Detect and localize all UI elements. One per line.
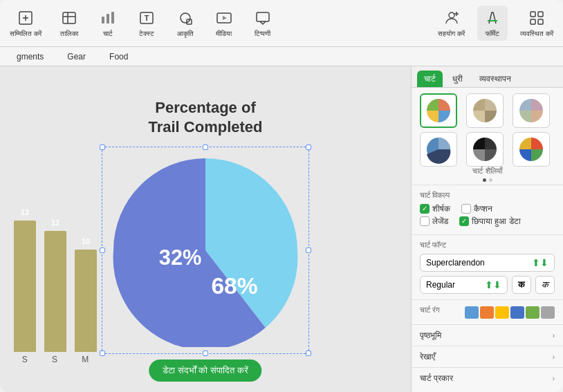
checkbox-title-box[interactable]: ✓ [420, 204, 430, 214]
pie-chart-wrapper: Percentage of Trail Completed [109, 153, 302, 347]
chart-styles-title: चार्ट शैलियाँ [420, 167, 555, 176]
swatch-3[interactable] [495, 306, 509, 319]
checkbox-row-2: लेजेंड ✓ छिपाया हुआ डेटा [420, 216, 555, 226]
chart-style-5[interactable] [466, 132, 504, 167]
comment-icon [253, 8, 273, 28]
font-italic-button[interactable]: क [535, 276, 555, 294]
chart-style-6[interactable] [513, 132, 550, 167]
panel-tab-chart[interactable]: चार्ट [417, 71, 443, 87]
toolbar-organize[interactable]: व्यवस्थित करें [516, 6, 557, 41]
svg-rect-21 [530, 19, 535, 24]
svg-rect-3 [63, 12, 75, 24]
chart-style-2[interactable] [466, 93, 504, 128]
bar-chart: 13 12 10 S S M [0, 129, 111, 364]
main-content: 13 12 10 S S M Percentage of Trail Compl… [0, 66, 563, 392]
checkbox-legend-box[interactable] [420, 216, 430, 226]
checkbox-hidden-data[interactable]: ✓ छिपाया हुआ डेटा [459, 216, 521, 226]
color-swatches [465, 306, 555, 319]
organize-icon [527, 8, 546, 28]
background-title: पृष्ठभूमि [420, 330, 441, 340]
chart-type-title: चार्ट प्रकार [420, 373, 453, 383]
handle-tc[interactable] [203, 144, 208, 150]
chart-style-3[interactable] [513, 93, 550, 128]
panel-tab-axis[interactable]: धुरी [445, 71, 470, 87]
swatch-4[interactable] [510, 306, 524, 319]
comment-label: टिप्पणी [255, 30, 270, 38]
chart-options-section: चार्ट विकल्प ✓ शीर्षक कैप्शन लेजेंड [412, 185, 563, 234]
bar-value-2: 12 [51, 218, 59, 227]
swatch-1[interactable] [465, 306, 479, 319]
collaborate-label: सहयोग करें [438, 30, 465, 38]
checkbox-caption-box[interactable] [461, 204, 471, 214]
pie-svg: 32% 68% [109, 153, 302, 347]
checkbox-hidden-box[interactable]: ✓ [459, 216, 469, 226]
checkbox-legend[interactable]: लेजेंड [420, 216, 448, 226]
chart-style-1[interactable] [420, 93, 457, 128]
text-label: टेक्स्ट [139, 30, 154, 38]
bar-value-1: 13 [21, 208, 29, 216]
chart-styles-grid [420, 93, 555, 167]
toolbar-chart[interactable]: चार्ट [93, 6, 123, 41]
font-name-select[interactable]: Superclarendon ⬆⬇ [420, 254, 555, 272]
bar-m: 10 [75, 250, 97, 352]
axis-label-m: M [82, 355, 89, 364]
font-bold-button[interactable]: क [512, 276, 531, 294]
svg-point-11 [181, 13, 190, 23]
tab-food[interactable]: Food [98, 49, 139, 64]
toolbar-media[interactable]: मीडिया [209, 6, 239, 41]
font-style-select[interactable]: Regular ⬆⬇ [420, 276, 508, 294]
svg-rect-22 [538, 19, 543, 24]
border-section[interactable]: रेखाएँ › [412, 346, 563, 367]
toolbar-text[interactable]: T टेक्स्ट [131, 6, 162, 41]
toolbar-comment[interactable]: टिप्पणी [248, 6, 278, 41]
panel-tab-organize[interactable]: व्यवस्थापन [472, 71, 518, 87]
toolbar-format[interactable]: फॉर्मेट [477, 6, 508, 41]
pie-label-32: 32% [159, 245, 202, 270]
swatch-5[interactable] [526, 306, 539, 319]
chart-type-chevron: › [553, 375, 555, 382]
handle-bc[interactable] [203, 351, 208, 356]
dot-1 [483, 178, 486, 182]
tab-segments[interactable]: gments [6, 49, 55, 64]
svg-rect-7 [107, 14, 109, 24]
chart-icon [98, 8, 118, 28]
pie-chart-title: Percentage of Trail Completed [148, 98, 262, 138]
handle-br[interactable] [306, 351, 311, 356]
chart-style-4[interactable] [420, 132, 457, 167]
background-chevron: › [553, 332, 555, 339]
svg-rect-19 [530, 12, 535, 17]
chart-label: चार्ट [103, 30, 113, 38]
format-icon [483, 8, 502, 28]
toolbar-collaborate[interactable]: सहयोग करें [434, 6, 469, 41]
background-section[interactable]: पृष्ठभूमि › [412, 324, 563, 346]
font-name-row: Superclarendon ⬆⬇ [420, 254, 555, 272]
dot-2 [489, 178, 492, 182]
table-label: तालिका [60, 30, 78, 38]
chart-color-section: चार्ट रंग [412, 299, 563, 324]
svg-rect-8 [111, 12, 114, 24]
toolbar-insert[interactable]: सम्मिलित करें [6, 6, 46, 41]
svg-rect-15 [257, 12, 269, 21]
dots-indicator [420, 178, 555, 182]
handle-mr[interactable] [306, 248, 311, 253]
toolbar-right: सहयोग करें फॉर्मेट व्यवस्थित [434, 6, 557, 41]
font-style-row: Regular ⬆⬇ क क [420, 276, 555, 294]
swatch-6[interactable] [541, 306, 555, 319]
edit-data-button[interactable]: डेटा संदर्भों को संपादित करें [149, 360, 261, 382]
checkbox-caption[interactable]: कैप्शन [461, 204, 492, 214]
bar-axis-labels: S S M [0, 352, 111, 364]
tab-gear[interactable]: Gear [56, 49, 97, 64]
format-label: फॉर्मेट [486, 30, 499, 38]
canvas-area: 13 12 10 S S M Percentage of Trail Compl… [0, 66, 411, 392]
shape-icon [176, 8, 195, 28]
svg-marker-14 [223, 16, 227, 20]
chart-type-section[interactable]: चार्ट प्रकार › [412, 367, 563, 389]
swatch-2[interactable] [480, 306, 494, 319]
checkbox-title[interactable]: ✓ शीर्षक [420, 204, 450, 214]
svg-rect-6 [102, 17, 104, 24]
toolbar-table[interactable]: तालिका [54, 6, 84, 41]
pie-chart-container[interactable]: 32% 68% डेटा संदर्भों को संपादित करें [109, 153, 302, 347]
text-icon: T [137, 8, 156, 28]
toolbar-shape[interactable]: आकृति [170, 6, 201, 41]
handle-tr[interactable] [306, 144, 311, 150]
